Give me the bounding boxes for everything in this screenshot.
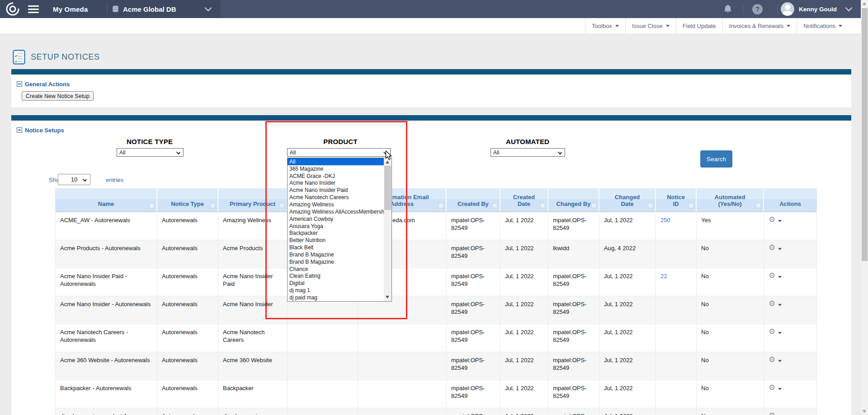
cell-name: dj val magazine product 1 - Autorenewals [55,408,157,415]
general-actions-panel-bar [11,69,851,75]
column-header-automated[interactable]: Automated (Yes/No) [697,188,764,212]
column-header-created-date[interactable]: Created Date [500,188,548,212]
database-selector[interactable]: Acme Global DB [112,0,176,18]
menu-hamburger-icon[interactable] [28,0,39,18]
toolbar-item[interactable]: Issue Close [625,18,676,33]
toolbar-item[interactable]: Invoices & Renewals [722,18,797,33]
notifications-bell-icon[interactable] [723,0,732,18]
table-body: ACME_AW - Autorenewals Autorenewals Amaz… [55,212,817,415]
scroll-down-icon[interactable] [863,410,866,413]
cell-name: Acme Nanotech Careers - Autorenewals [55,324,157,352]
notice-type-select[interactable]: All [117,148,184,157]
column-header-changed-by[interactable]: Changed By [548,188,599,212]
sort-icon[interactable] [439,203,443,208]
user-menu[interactable]: Kenny Gould [781,0,837,18]
toolbar-item[interactable]: Notifications [797,18,849,33]
cell-created-by: mpatel:OPS-82549 [447,408,500,415]
sort-icon[interactable] [648,203,653,208]
cell-created-date: Jul, 1 2022 [500,380,548,408]
actions-caret-icon[interactable] [778,248,782,250]
secondary-toolbar: Toolbox Issue Close Field Update Invoice… [0,18,861,33]
cell-notice-type: Autorenewals [157,380,218,408]
sort-icon[interactable] [492,203,497,208]
scrollbar-thumb[interactable] [862,8,868,261]
cell-created-by: mpatel:OPS-82549 [447,352,500,380]
cell-confirmation-email [358,352,447,380]
sort-icon[interactable] [689,203,693,208]
gear-icon[interactable]: ⚙ [769,355,775,364]
cell-confirmation-email [358,408,447,415]
column-header-name[interactable]: Name [55,188,157,212]
toolbar-item-label: Field Update [683,23,716,29]
cell-name: Acme Products - Autorenewals [55,240,157,268]
cell-changed-date: Jul, 1 2022 [599,212,656,240]
cell-notice-type: Autorenewals [157,212,218,240]
collapse-minus-icon[interactable] [17,81,22,87]
cell-created-by: mpatel:OPS-82549 [447,324,500,352]
gear-icon[interactable]: ⚙ [769,299,775,308]
sort-icon[interactable] [210,203,215,208]
sort-icon[interactable] [149,203,154,208]
entries-label: entries [106,177,123,183]
toolbar-item[interactable]: Field Update [676,18,722,33]
sort-icon[interactable] [756,203,761,208]
caret-down-icon [787,25,790,27]
sort-icon[interactable] [540,203,545,208]
cell-hidden [288,352,358,380]
cell-notice-type: Autorenewals [157,240,218,268]
cell-actions: ⚙ [764,324,817,352]
toolbar-item[interactable]: Toolbox [585,18,625,33]
cell-created-date: Jul, 1 2022 [500,240,548,268]
user-menu-chevron-icon[interactable] [846,0,851,18]
sort-icon[interactable] [591,203,596,208]
cell-name: Acme 360 Website - Autorenewals [55,352,157,380]
cell-created-by: mpatel:OPS-82549 [447,380,500,408]
gear-icon[interactable]: ⚙ [769,411,775,415]
help-icon[interactable]: ? [752,0,763,18]
cell-changed-by: mpatel:OPS-82549 [548,268,599,296]
search-button[interactable]: Search [700,150,732,168]
top-navbar: My Omeda Acme Global DB ? Kenny Gould [0,0,861,18]
cell-notice-id: 250 [656,212,697,240]
my-omeda-link[interactable]: My Omeda [53,0,88,18]
actions-caret-icon[interactable] [778,304,782,306]
gear-icon[interactable]: ⚙ [769,327,775,336]
notice-id-link[interactable]: 22 [660,273,667,280]
cell-changed-date: Jul, 1 2022 [599,296,656,324]
column-header-notice-type[interactable]: Notice Type [157,188,218,212]
actions-caret-icon[interactable] [778,388,782,390]
entries-count-select[interactable]: 10 [58,174,90,185]
column-header-changed-date[interactable]: Changed Date [599,188,656,212]
table-row: Acme Nano Insider Paid - Autorenewals Au… [55,268,817,296]
actions-caret-icon[interactable] [778,360,782,362]
automated-select[interactable]: All [491,148,565,157]
cell-notice-type: Autorenewals [157,296,218,324]
notice-id-link[interactable]: 250 [660,217,670,224]
column-header-created-by[interactable]: Created By [447,188,500,212]
column-header-notice-id[interactable]: Notice ID [656,188,697,212]
gear-icon[interactable]: ⚙ [769,243,775,252]
window-scrollbar[interactable] [861,0,868,415]
actions-caret-icon[interactable] [778,276,782,278]
cell-changed-by: lkwidd [548,240,599,268]
cell-changed-date: Jul, 1 2022 [599,268,656,296]
gear-icon[interactable]: ⚙ [769,271,775,280]
cell-changed-date: Jul, 1 2022 [599,408,656,415]
gear-icon[interactable]: ⚙ [769,383,775,392]
cell-changed-by: mpatel:OPS-82549 [548,212,599,240]
cell-notice-id [656,352,697,380]
general-actions-panel [11,75,851,107]
collapse-minus-icon[interactable] [17,127,22,133]
actions-caret-icon[interactable] [778,332,782,334]
cell-changed-date: Jul, 1 2022 [599,380,656,408]
column-header-actions: Actions [764,188,817,212]
cell-primary-product: Acme 360 Website [218,352,288,380]
cell-automated: Yes [697,212,764,240]
scroll-up-icon[interactable] [863,2,866,5]
actions-caret-icon[interactable] [778,220,782,222]
cell-changed-by: mpatel:OPS-82549 [548,380,599,408]
create-new-notice-setup-button[interactable]: Create New Notice Setup [22,91,94,101]
gear-icon[interactable]: ⚙ [769,215,775,224]
database-chevron-icon[interactable] [206,0,211,18]
cell-created-date: Jul, 1 2022 [500,212,548,240]
